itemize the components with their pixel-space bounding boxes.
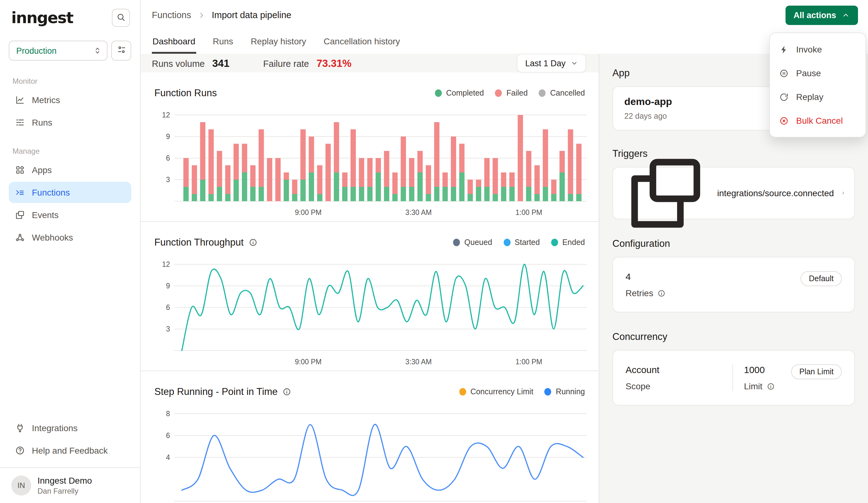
sidebar-item-label: Runs <box>32 117 52 127</box>
sidebar-item-integrations[interactable]: Integrations <box>9 418 131 439</box>
sidebar-item-help-and-feedback[interactable]: Help and Feedback <box>9 440 131 461</box>
info-icon[interactable] <box>658 289 666 297</box>
menu-item-bulk-cancel[interactable]: Bulk Cancel <box>774 109 862 132</box>
function-runs-chart: 129639:00 PM3:30 AM1:00 PM <box>154 111 590 221</box>
dashboard-charts: Runs volume 341 Failure rate 73.31% Last… <box>141 54 599 503</box>
function-throughput-card: Function Throughput QueuedStartedEnded 1… <box>141 221 599 371</box>
monitor-section-label: Monitor <box>12 77 131 85</box>
sidebar-item-label: Webhooks <box>32 233 73 243</box>
menu-item-label: Invoke <box>796 44 822 54</box>
sidebar-item-events[interactable]: Events <box>9 204 131 226</box>
legend-started: Started <box>503 238 540 247</box>
tab-bar: DashboardRunsReplay historyCancellation … <box>141 30 868 54</box>
legend-dot <box>459 388 466 396</box>
replay-icon <box>779 92 789 102</box>
legend-dot <box>453 239 460 246</box>
svg-text:9:00 PM: 9:00 PM <box>295 358 322 366</box>
account-name: Inngest Demo <box>38 475 92 485</box>
function-throughput-legend: QueuedStartedEnded <box>453 238 585 247</box>
runs-volume-label: Runs volume <box>152 59 205 69</box>
user-name: Dan Farrelly <box>38 487 92 495</box>
avatar: IN <box>11 475 31 495</box>
concurrency-scope-value: Account <box>626 364 723 375</box>
tab-replay-history[interactable]: Replay history <box>250 30 307 54</box>
chevron-updown-icon <box>93 46 102 55</box>
breadcrumb-functions[interactable]: Functions <box>152 10 191 20</box>
tab-runs[interactable]: Runs <box>212 30 234 54</box>
trigger-row[interactable]: integrations/source.connected <box>622 173 846 214</box>
breadcrumb-current: Import data pipeline <box>212 10 291 20</box>
step-running-chart: 864 <box>154 410 590 503</box>
svg-text:6: 6 <box>166 304 170 311</box>
function-throughput-title: Function Throughput <box>154 237 244 248</box>
trigger-event-name: integrations/source.connected <box>717 188 834 198</box>
info-icon[interactable] <box>283 387 291 396</box>
footer-nav: IntegrationsHelp and Feedback <box>9 418 131 461</box>
legend-dot <box>545 388 551 396</box>
functions-icon <box>15 187 25 197</box>
retries-value: 4 <box>626 271 666 282</box>
svg-text:12: 12 <box>162 260 170 268</box>
sidebar-item-runs[interactable]: Runs <box>9 112 131 133</box>
svg-text:6: 6 <box>166 154 170 162</box>
sidebar-item-webhooks[interactable]: Webhooks <box>9 227 131 248</box>
metrics-icon <box>15 95 25 105</box>
menu-item-replay[interactable]: Replay <box>774 85 862 109</box>
chevron-down-icon <box>570 59 578 67</box>
sidebar-item-label: Functions <box>32 187 70 197</box>
tab-dashboard[interactable]: Dashboard <box>152 30 196 54</box>
step-running-legend: Concurrency LimitRunning <box>459 387 585 396</box>
time-range-select[interactable]: Last 1 Day <box>517 54 586 72</box>
function-runs-card: Function Runs CompletedFailedCancelled 1… <box>141 72 599 221</box>
sidebar-item-functions[interactable]: Functions <box>9 182 131 203</box>
all-actions-button[interactable]: All actions <box>785 5 858 25</box>
menu-item-label: Pause <box>796 68 821 78</box>
inngest-logo[interactable]: inngest <box>11 9 73 27</box>
menu-item-pause[interactable]: Pause <box>774 61 862 85</box>
svg-text:8: 8 <box>166 410 170 418</box>
info-icon[interactable] <box>767 382 775 390</box>
events-icon <box>15 210 25 220</box>
failure-rate-label: Failure rate <box>263 59 309 69</box>
plan-limit-badge: Plan Limit <box>791 364 842 379</box>
failure-rate-value: 73.31% <box>317 57 352 69</box>
configuration-card: 4 Retries Default <box>612 257 855 312</box>
legend-dot <box>435 89 442 97</box>
webhooks-icon <box>15 233 25 243</box>
sidebar-item-label: Integrations <box>32 423 78 433</box>
breadcrumb-chevron-icon <box>197 11 206 19</box>
sidebar-item-label: Events <box>32 210 59 220</box>
sidebar-item-label: Apps <box>32 165 52 175</box>
legend-dot <box>539 89 546 97</box>
sidebar: inngest Production Monitor MetricsRuns M… <box>0 0 141 503</box>
svg-text:3:30 AM: 3:30 AM <box>405 358 432 366</box>
env-filter-button[interactable] <box>111 41 131 61</box>
environment-select[interactable]: Production <box>9 41 107 61</box>
runs-icon <box>15 117 25 127</box>
function-runs-legend: CompletedFailedCancelled <box>435 89 585 97</box>
sidebar-item-metrics[interactable]: Metrics <box>9 89 131 111</box>
menu-item-invoke[interactable]: Invoke <box>774 38 862 61</box>
chevron-up-icon <box>842 11 850 19</box>
search-button[interactable] <box>112 9 130 27</box>
triggers-card: integrations/source.connected <box>612 167 855 219</box>
svg-text:4: 4 <box>166 453 170 461</box>
legend-queued: Queued <box>453 238 492 247</box>
svg-text:1:00 PM: 1:00 PM <box>516 358 542 366</box>
svg-text:3: 3 <box>166 176 170 184</box>
monitor-nav: MetricsRuns <box>9 89 131 133</box>
function-runs-title: Function Runs <box>154 88 217 99</box>
svg-text:3: 3 <box>166 325 170 333</box>
legend-completed: Completed <box>435 89 484 97</box>
all-actions-menu: InvokePauseReplayBulk Cancel <box>769 32 866 137</box>
legend-dot <box>503 239 510 246</box>
svg-text:3:30 AM: 3:30 AM <box>405 208 432 216</box>
tab-cancellation-history[interactable]: Cancellation history <box>323 30 401 54</box>
chevron-right-icon <box>841 189 846 197</box>
user-menu[interactable]: IN Inngest Demo Dan Farrelly <box>9 468 131 497</box>
sidebar-item-label: Metrics <box>32 95 60 105</box>
environment-value: Production <box>16 46 56 55</box>
sidebar-item-apps[interactable]: Apps <box>9 159 131 181</box>
info-icon[interactable] <box>249 238 257 247</box>
event-icon <box>622 149 710 237</box>
